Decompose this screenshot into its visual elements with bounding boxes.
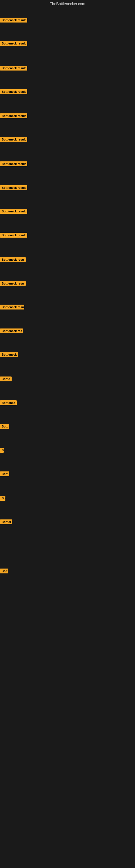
bottleneck-result-badge[interactable]: Bottleneck result: [0, 89, 27, 94]
bottleneck-badge-row: Bottleneck result: [0, 66, 27, 72]
bottleneck-result-badge[interactable]: Bottlenec: [0, 400, 17, 405]
bottleneck-badge-row: Bottleneck result: [0, 185, 27, 191]
bottleneck-result-badge[interactable]: Bottleneck result: [0, 209, 27, 214]
bottleneck-badge-row: Bottleneck resu: [0, 281, 26, 287]
bottleneck-badge-row: Bottle: [0, 376, 12, 382]
bottleneck-result-badge[interactable]: Bolt: [0, 568, 8, 574]
bottleneck-badge-row: Bottleneck resu: [0, 305, 24, 311]
bottleneck-badge-row: Bottleneck result: [0, 137, 27, 143]
bottleneck-result-badge[interactable]: Bottleneck resu: [0, 257, 26, 262]
bottleneck-result-badge[interactable]: Bottleneck result: [0, 233, 27, 238]
bottleneck-result-badge[interactable]: Bottleneck result: [0, 66, 27, 70]
bottleneck-badge-row: Bottlenec: [0, 400, 17, 406]
bottleneck-badge-row: Bottleneck result: [0, 18, 27, 24]
bottleneck-badge-row: B: [0, 448, 4, 454]
bottleneck-badge-row: Bottleneck res: [0, 329, 23, 335]
bottleneck-badge-row: Bott: [0, 471, 9, 477]
bottleneck-badge-row: Bottleneck result: [0, 113, 27, 119]
bottleneck-result-badge[interactable]: Bottleneck result: [0, 18, 27, 23]
bottleneck-result-badge[interactable]: Bottleneck result: [0, 113, 27, 118]
bottleneck-result-badge[interactable]: Bottler: [0, 520, 12, 524]
bottleneck-badge-row: Bottleneck result: [0, 209, 27, 215]
bottleneck-result-badge[interactable]: Bottleneck result: [0, 41, 27, 46]
bottleneck-badge-row: Bottler: [0, 520, 12, 525]
bottleneck-badge-row: Bottleneck result: [0, 89, 27, 95]
bottleneck-result-badge[interactable]: Bottleneck resu: [0, 281, 26, 286]
bottleneck-result-badge[interactable]: Bottleneck resu: [0, 305, 24, 310]
bottleneck-badge-row: Bottleneck result: [0, 233, 27, 239]
bottleneck-result-badge[interactable]: Bottleneck result: [0, 161, 27, 166]
bottleneck-result-badge[interactable]: B: [0, 448, 4, 453]
bottleneck-result-badge[interactable]: Bott: [0, 424, 9, 429]
bottleneck-badge-row: Bo: [0, 496, 5, 502]
bottleneck-result-badge[interactable]: Bott: [0, 471, 9, 476]
bottleneck-badge-row: Bott: [0, 424, 9, 430]
bottleneck-badge-row: Bottleneck: [0, 352, 18, 358]
site-title: TheBottlenecker.com: [0, 0, 135, 8]
bottleneck-result-badge[interactable]: Bottle: [0, 376, 12, 381]
bottleneck-badge-row: Bottleneck result: [0, 41, 27, 47]
bottleneck-result-badge[interactable]: Bottleneck res: [0, 329, 23, 333]
bottleneck-badge-row: Bottleneck result: [0, 161, 27, 167]
bottleneck-badge-row: Bolt: [0, 568, 8, 575]
bottleneck-result-badge[interactable]: Bo: [0, 496, 5, 501]
bottleneck-result-badge[interactable]: Bottleneck result: [0, 185, 27, 190]
bottleneck-badge-row: Bottleneck resu: [0, 257, 26, 263]
bottleneck-result-badge[interactable]: Bottleneck result: [0, 137, 27, 142]
bottleneck-result-badge[interactable]: Bottleneck: [0, 352, 18, 357]
